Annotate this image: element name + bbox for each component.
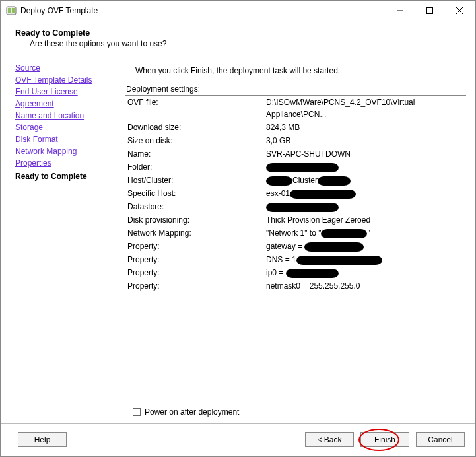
page-title: Ready to Complete xyxy=(15,28,465,38)
instruction-text: When you click Finish, the deployment ta… xyxy=(125,62,466,85)
step-name-location[interactable]: Name and Location xyxy=(15,110,112,122)
settings-box: OVF file:D:\ISO\vMWare\PCNS_4.2_OVF10\Vi… xyxy=(125,95,466,401)
setting-value: D:\ISO\vMWare\PCNS_4.2_OVF10\Virtual App… xyxy=(263,96,466,121)
wizard-footer: Help < Back Finish Cancel xyxy=(1,423,475,456)
setting-value: 3,0 GB xyxy=(263,134,466,147)
wizard-header: Ready to Complete Are these the options … xyxy=(1,20,475,55)
setting-key: Size on disk: xyxy=(125,134,263,147)
setting-key: Specific Host: xyxy=(125,187,263,200)
maximize-icon xyxy=(426,7,433,14)
wizard-body: Source OVF Template Details End User Lic… xyxy=(1,55,475,423)
table-row: Disk provisioning:Thick Provision Eager … xyxy=(125,213,466,227)
table-row: Network Mapping:"Network 1" to "" xyxy=(125,227,466,240)
table-row: Size on disk:3,0 GB xyxy=(125,134,466,147)
setting-key: Property: xyxy=(125,279,263,293)
redacted-icon xyxy=(321,229,367,238)
redacted-icon xyxy=(266,203,339,212)
svg-rect-6 xyxy=(426,7,432,13)
table-row: Property:gateway = xyxy=(125,240,466,253)
step-properties[interactable]: Properties xyxy=(15,157,112,169)
redacted-icon xyxy=(290,190,356,199)
table-row: Download size:824,3 MB xyxy=(125,121,466,134)
titlebar: Deploy OVF Template xyxy=(1,1,475,20)
setting-key: Network Mapping: xyxy=(125,227,263,240)
settings-label: Deployment settings: xyxy=(125,85,466,95)
redacted-icon xyxy=(296,256,382,265)
setting-value xyxy=(263,160,466,174)
step-disk-format[interactable]: Disk Format xyxy=(15,133,112,145)
close-button[interactable] xyxy=(444,1,474,20)
table-row: Specific Host:esx-01 xyxy=(125,187,466,200)
setting-value: ip0 = xyxy=(263,266,466,279)
setting-value: 824,3 MB xyxy=(263,121,466,134)
table-row: Property:DNS = 1 xyxy=(125,253,466,266)
deployment-settings-table: OVF file:D:\ISO\vMWare\PCNS_4.2_OVF10\Vi… xyxy=(125,96,466,293)
cancel-button[interactable]: Cancel xyxy=(416,432,465,447)
table-row: Property:ip0 = xyxy=(125,266,466,279)
step-network-mapping[interactable]: Network Mapping xyxy=(15,145,112,157)
finish-button[interactable]: Finish xyxy=(360,432,409,447)
step-source[interactable]: Source xyxy=(15,62,112,74)
table-row: Property:netmask0 = 255.255.255.0 xyxy=(125,279,466,293)
page-subtitle: Are these the options you want to use? xyxy=(30,39,465,48)
setting-key: Disk provisioning: xyxy=(125,213,263,227)
step-current: Ready to Complete xyxy=(15,170,112,182)
app-icon xyxy=(6,5,17,16)
table-row: OVF file:D:\ISO\vMWare\PCNS_4.2_OVF10\Vi… xyxy=(125,96,466,121)
setting-key: Property: xyxy=(125,253,263,266)
table-row: Folder: xyxy=(125,160,466,174)
svg-rect-4 xyxy=(12,11,15,13)
redacted-icon xyxy=(286,269,339,278)
setting-key: Property: xyxy=(125,240,263,253)
setting-value: Cluster xyxy=(263,174,466,187)
svg-rect-2 xyxy=(12,8,15,11)
redacted-icon xyxy=(266,163,339,172)
wizard-main: When you click Finish, the deployment ta… xyxy=(118,55,475,423)
power-on-checkbox[interactable] xyxy=(133,408,141,416)
setting-key: Download size: xyxy=(125,121,263,134)
setting-key: Property: xyxy=(125,266,263,279)
maximize-button[interactable] xyxy=(415,1,444,20)
table-row: Name:SVR-APC-SHUTDOWN xyxy=(125,147,466,160)
svg-rect-1 xyxy=(8,8,11,11)
window-title: Deploy OVF Template xyxy=(20,6,98,15)
setting-key: Name: xyxy=(125,147,263,160)
wizard-steps-sidebar: Source OVF Template Details End User Lic… xyxy=(1,55,118,423)
help-button[interactable]: Help xyxy=(18,432,67,447)
setting-value: Thick Provision Eager Zeroed xyxy=(263,213,466,227)
setting-key: Folder: xyxy=(125,160,263,174)
back-button[interactable]: < Back xyxy=(305,432,354,447)
setting-value: SVR-APC-SHUTDOWN xyxy=(263,147,466,160)
setting-key: Datastore: xyxy=(125,200,263,213)
minimize-icon xyxy=(397,7,403,14)
setting-value: DNS = 1 xyxy=(263,253,466,266)
power-on-row: Power on after deployment xyxy=(125,401,466,419)
svg-rect-3 xyxy=(8,11,11,13)
redacted-icon xyxy=(266,176,292,186)
step-eula[interactable]: End User License Agreement xyxy=(15,86,112,110)
close-icon xyxy=(456,7,463,14)
power-on-label: Power on after deployment xyxy=(145,407,239,417)
table-row: Datastore: xyxy=(125,200,466,213)
setting-value: "Network 1" to "" xyxy=(263,227,466,240)
setting-value: esx-01 xyxy=(263,187,466,200)
redacted-icon xyxy=(304,242,364,252)
setting-value xyxy=(263,200,466,213)
setting-key: OVF file: xyxy=(125,96,263,121)
table-row: Host/Cluster:Cluster xyxy=(125,174,466,187)
redacted-icon xyxy=(318,176,351,186)
setting-key: Host/Cluster: xyxy=(125,174,263,187)
minimize-button[interactable] xyxy=(385,1,415,20)
setting-value: gateway = xyxy=(263,240,466,253)
setting-value: netmask0 = 255.255.255.0 xyxy=(263,279,466,293)
step-storage[interactable]: Storage xyxy=(15,122,112,133)
step-ovf-details[interactable]: OVF Template Details xyxy=(15,74,112,86)
